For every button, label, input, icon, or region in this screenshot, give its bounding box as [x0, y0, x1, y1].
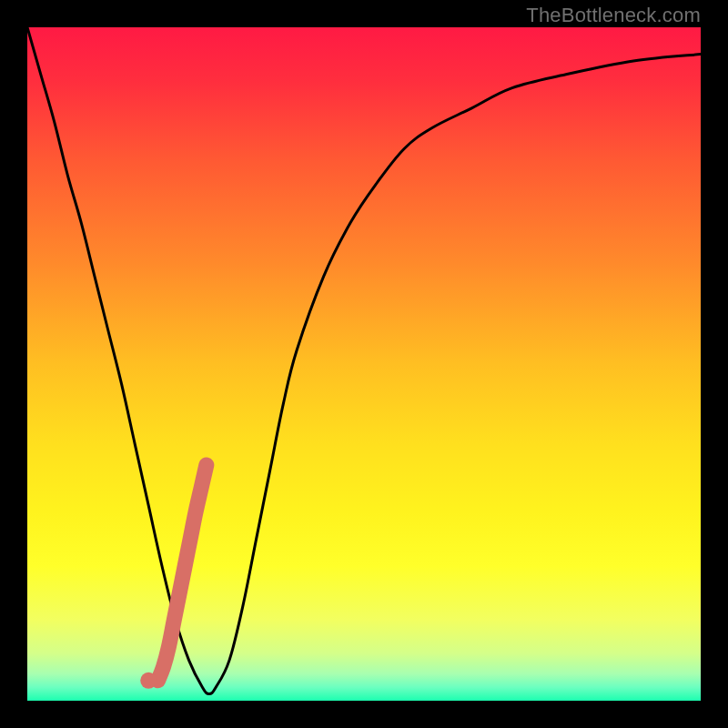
salmon-highlight	[158, 465, 207, 681]
salmon-dot	[140, 672, 157, 689]
plot-area	[27, 27, 701, 701]
curve-layer	[27, 27, 701, 701]
bottleneck-curve	[27, 27, 701, 694]
chart-frame: TheBottleneck.com	[0, 0, 728, 728]
watermark-text: TheBottleneck.com	[526, 4, 701, 27]
